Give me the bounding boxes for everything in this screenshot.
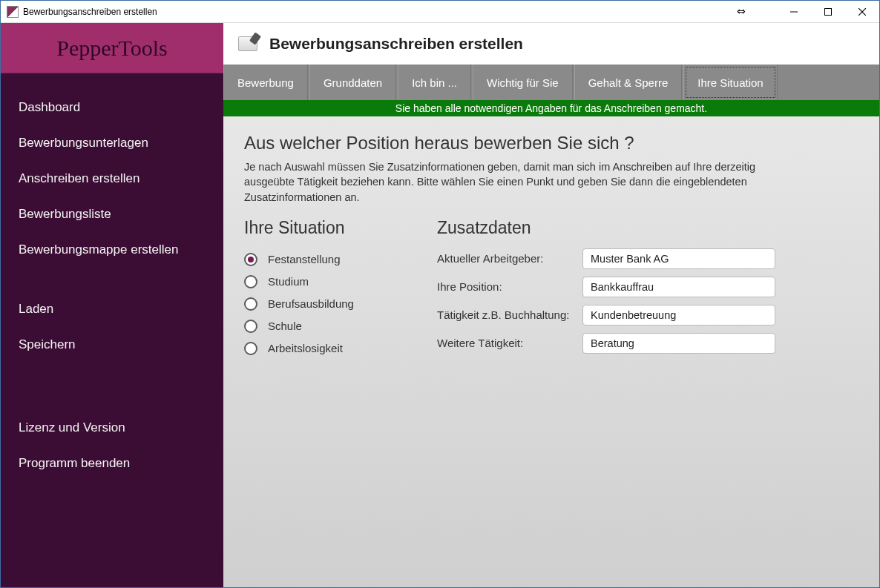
input-weitere-taetigkeit[interactable] bbox=[582, 333, 775, 354]
radio-berufsausbildung[interactable]: Berufsausbildung bbox=[244, 293, 407, 315]
sidebar-item-bewerbungsunterlagen[interactable]: Bewerbungsunterlagen bbox=[1, 125, 223, 161]
tab-ihre-situation[interactable]: Ihre Situation bbox=[683, 65, 777, 100]
sidebar-item-anschreiben-erstellen[interactable]: Anschreiben erstellen bbox=[1, 161, 223, 196]
sidebar-item-lizenz-und-version[interactable]: Lizenz und Version bbox=[1, 410, 223, 446]
label-arbeitgeber: Aktueller Arbeitgeber: bbox=[437, 252, 571, 265]
window-title: Bewerbungsanschreiben erstellen bbox=[23, 7, 157, 17]
maximize-button[interactable] bbox=[811, 1, 845, 23]
close-button[interactable] bbox=[845, 1, 879, 23]
input-taetigkeit[interactable] bbox=[582, 305, 775, 326]
tab-bewerbung[interactable]: Bewerbung bbox=[223, 65, 308, 100]
sidebar: PepperTools Dashboard Bewerbungsunterlag… bbox=[1, 23, 223, 587]
tab-wichtig-fuer-sie[interactable]: Wichtig für Sie bbox=[473, 65, 573, 100]
radio-icon bbox=[244, 320, 257, 333]
radio-label: Arbeitslosigkeit bbox=[268, 342, 343, 354]
page-title: Bewerbungsanschreiben erstellen bbox=[269, 35, 523, 53]
tab-grunddaten[interactable]: Grunddaten bbox=[309, 65, 396, 100]
panel: Aus welcher Position heraus bewerben Sie… bbox=[223, 116, 879, 377]
radio-schule[interactable]: Schule bbox=[244, 315, 407, 337]
tab-gehalt-sperre[interactable]: Gehalt & Sperre bbox=[574, 65, 683, 100]
minimize-button[interactable] bbox=[777, 1, 811, 23]
status-strip: Sie haben alle notwendigen Angaben für d… bbox=[223, 100, 879, 116]
radio-icon bbox=[244, 297, 257, 311]
sidebar-item-bewerbungsliste[interactable]: Bewerbungsliste bbox=[1, 196, 223, 232]
radio-studium[interactable]: Studium bbox=[244, 271, 407, 293]
sidebar-item-bewerbungsmappe-erstellen[interactable]: Bewerbungsmappe erstellen bbox=[1, 232, 223, 268]
sidebar-item-dashboard[interactable]: Dashboard bbox=[1, 90, 223, 125]
radio-label: Studium bbox=[268, 275, 309, 288]
radio-icon bbox=[244, 342, 257, 355]
label-weitere-taetigkeit: Weitere Tätigkeit: bbox=[437, 337, 571, 349]
input-arbeitgeber[interactable] bbox=[582, 248, 775, 269]
app-icon bbox=[7, 6, 19, 18]
situation-title: Ihre Situation bbox=[244, 218, 407, 238]
radio-icon bbox=[244, 253, 257, 266]
sidebar-item-programm-beenden[interactable]: Programm beenden bbox=[1, 446, 223, 481]
tab-strip: Bewerbung Grunddaten Ich bin ... Wichtig… bbox=[223, 65, 879, 100]
label-position: Ihre Position: bbox=[437, 280, 571, 293]
brand-logo: PepperTools bbox=[1, 23, 223, 73]
window-titlebar: Bewerbungsanschreiben erstellen ⇔ bbox=[1, 1, 879, 23]
content-header: Bewerbungsanschreiben erstellen bbox=[223, 23, 879, 65]
panel-description: Je nach Auswahl müssen Sie Zusatzinforma… bbox=[244, 159, 778, 205]
radio-icon bbox=[244, 275, 257, 288]
panel-heading: Aus welcher Position heraus bewerben Sie… bbox=[244, 133, 858, 153]
sidebar-item-laden[interactable]: Laden bbox=[1, 291, 223, 327]
radio-festanstellung[interactable]: Festanstellung bbox=[244, 248, 407, 271]
compose-icon bbox=[238, 36, 257, 51]
radio-arbeitslosigkeit[interactable]: Arbeitslosigkeit bbox=[244, 337, 407, 360]
input-position[interactable] bbox=[582, 277, 775, 297]
svg-rect-1 bbox=[825, 9, 832, 16]
radio-label: Schule bbox=[268, 320, 302, 332]
label-taetigkeit: Tätigkeit z.B. Buchhaltung: bbox=[437, 308, 571, 321]
content-area: Bewerbungsanschreiben erstellen Bewerbun… bbox=[223, 23, 879, 587]
radio-label: Berufsausbildung bbox=[268, 297, 354, 310]
resize-horizontal-icon: ⇔ bbox=[737, 5, 746, 17]
sidebar-item-speichern[interactable]: Speichern bbox=[1, 327, 223, 363]
radio-label: Festanstellung bbox=[268, 253, 341, 265]
tab-ich-bin[interactable]: Ich bin ... bbox=[398, 65, 471, 100]
extras-title: Zusatzdaten bbox=[437, 218, 775, 238]
